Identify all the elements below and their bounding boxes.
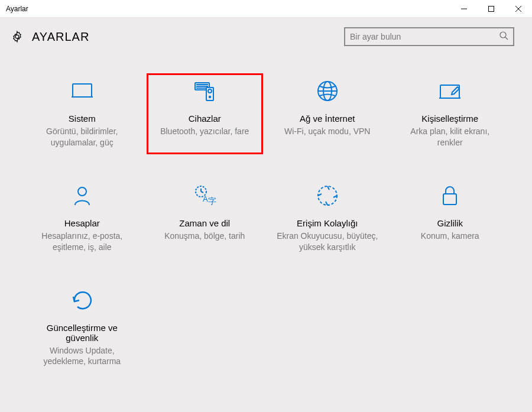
tile-title: Sistem <box>69 113 96 124</box>
tile-desc: Windows Update, yedekleme, kurtarma <box>30 345 135 368</box>
svg-rect-7 <box>73 84 92 97</box>
header-left: AYARLAR <box>11 30 344 44</box>
svg-point-5 <box>500 32 506 38</box>
window-title: Ayarlar <box>0 5 450 13</box>
devices-icon <box>193 79 216 103</box>
gear-icon <box>11 30 24 43</box>
svg-point-15 <box>209 96 210 98</box>
page-title: AYARLAR <box>32 30 89 44</box>
tile-desc: Wi-Fi, uçak modu, VPN <box>284 126 370 137</box>
svg-point-27 <box>318 186 337 205</box>
tile-accounts[interactable]: Hesaplar Hesaplarınız, e-posta, eşitleme… <box>24 178 141 259</box>
maximize-button[interactable] <box>478 0 505 17</box>
tiles-grid: Sistem Görüntü, bildirimler, uygulamalar… <box>0 56 532 391</box>
tile-ease-of-access[interactable]: Erişim Kolaylığı Ekran Okuyucusu, büyüte… <box>269 178 386 259</box>
tile-title: Kişiselleştirme <box>421 113 478 124</box>
content-area: AYARLAR Sistem Görüntü, bildiriml <box>0 18 532 412</box>
header: AYARLAR <box>0 18 532 56</box>
tile-desc: Görüntü, bildirimler, uygulamalar, güç <box>30 126 135 148</box>
scroll-area[interactable]: Sistem Görüntü, bildirimler, uygulamalar… <box>0 56 532 412</box>
svg-line-24 <box>201 192 203 193</box>
titlebar: Ayarlar <box>0 0 532 18</box>
svg-point-4 <box>15 35 19 38</box>
window-controls <box>450 0 532 17</box>
minimize-button[interactable] <box>450 0 478 17</box>
tile-network[interactable]: Ağ ve İnternet Wi-Fi, uçak modu, VPN <box>269 73 386 154</box>
tile-update-security[interactable]: Güncelleştirme ve güvenlik Windows Updat… <box>24 283 141 374</box>
svg-rect-28 <box>443 194 456 205</box>
search-input[interactable] <box>350 32 499 41</box>
tile-desc: Konuşma, bölge, tarih <box>164 231 245 242</box>
privacy-icon <box>438 184 462 207</box>
tile-devices[interactable]: Cihazlar Bluetooth, yazıcılar, fare <box>147 73 264 154</box>
search-icon <box>499 31 508 43</box>
search-box[interactable] <box>344 27 514 46</box>
update-security-icon <box>70 288 94 312</box>
system-icon <box>70 79 94 103</box>
ease-of-access-icon <box>316 184 339 207</box>
close-button[interactable] <box>505 0 532 17</box>
tile-desc: Arka plan, kilit ekranı, renkler <box>398 126 503 148</box>
tile-desc: Konum, kamera <box>421 231 479 242</box>
tile-title: Güncelleştirme ve güvenlik <box>30 323 135 343</box>
accounts-icon <box>70 184 94 207</box>
tile-time-language[interactable]: A 字 Zaman ve dil Konuşma, bölge, tarih <box>147 178 264 259</box>
tile-title: Zaman ve dil <box>179 218 230 228</box>
tile-title: Hesaplar <box>64 218 100 228</box>
tile-desc: Bluetooth, yazıcılar, fare <box>160 126 249 137</box>
tile-system[interactable]: Sistem Görüntü, bildirimler, uygulamalar… <box>24 73 141 154</box>
tile-title: Cihazlar <box>189 113 221 124</box>
svg-line-6 <box>505 37 508 40</box>
tile-title: Erişim Kolaylığı <box>297 218 358 228</box>
svg-text:A: A <box>203 194 208 203</box>
network-icon <box>316 79 339 103</box>
personalization-icon <box>438 79 462 103</box>
tile-desc: Ekran Okuyucusu, büyüteç, yüksek karşıtl… <box>275 231 380 253</box>
svg-text:字: 字 <box>208 196 216 206</box>
time-language-icon: A 字 <box>193 184 216 207</box>
tile-personalization[interactable]: Kişiselleştirme Arka plan, kilit ekranı,… <box>392 73 509 154</box>
tile-privacy[interactable]: Gizlilik Konum, kamera <box>392 178 509 259</box>
svg-rect-1 <box>489 6 494 11</box>
svg-point-21 <box>78 187 86 196</box>
tile-desc: Hesaplarınız, e-posta, eşitleme, iş, ail… <box>30 231 135 253</box>
tile-title: Gizlilik <box>437 218 463 228</box>
tile-title: Ağ ve İnternet <box>300 113 355 124</box>
